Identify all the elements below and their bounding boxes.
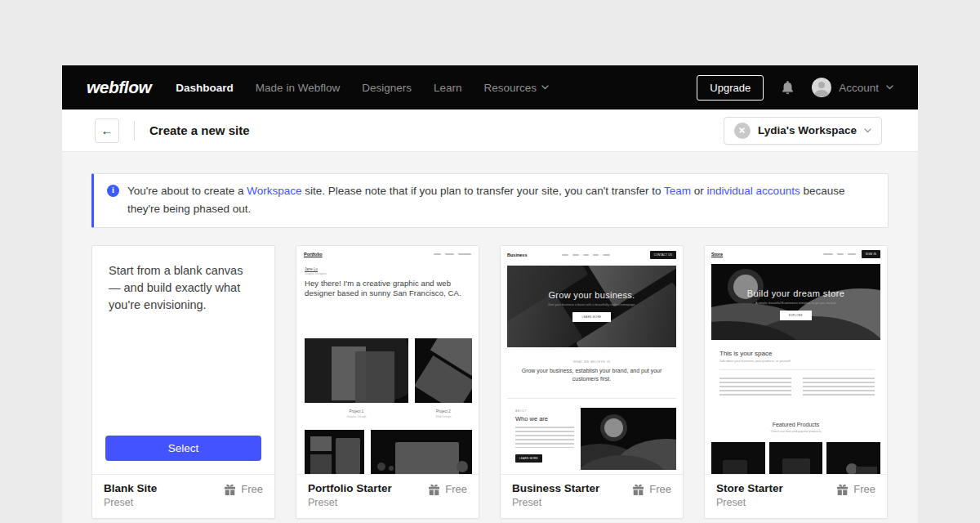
mini-section-text: Grow your business, establish your brand… <box>522 367 662 384</box>
card-footer: Store Starter Preset Free <box>705 474 887 518</box>
placeholder-text <box>803 378 875 396</box>
account-menu[interactable]: Account <box>812 78 893 97</box>
info-banner: i You're about to create a Workspace sit… <box>91 173 889 228</box>
price-label: Free <box>649 483 671 495</box>
select-button[interactable]: Select <box>105 436 261 461</box>
card-blank-site[interactable]: Start from a blank canvas — and build ex… <box>91 245 275 519</box>
content-area: i You're about to create a Workspace sit… <box>62 152 918 523</box>
chevron-down-icon <box>541 85 549 90</box>
placeholder-columns <box>719 378 875 396</box>
mini-nav-links <box>823 253 856 255</box>
mini-hero-subtext: A simple, beautiful Ecommerce template t… <box>755 302 836 305</box>
mini-section-subtext: Check out new and popular products <box>705 430 887 433</box>
mini-hero-heading: Build your dream store <box>747 288 844 298</box>
mini-site-logo: Portfolio <box>304 252 323 257</box>
mini-author-name: Jane Lu <box>305 267 470 271</box>
mini-hero-button: LEARN MORE <box>572 312 612 322</box>
mini-section-subtext: Talk about your business, your products,… <box>719 360 875 363</box>
mini-product-grid <box>711 442 880 474</box>
nav-item-resources-label: Resources <box>483 82 537 94</box>
mini-cta-button: CONTACT US <box>650 251 676 259</box>
nav-item-dashboard[interactable]: Dashboard <box>176 82 234 94</box>
chevron-down-icon <box>864 128 871 133</box>
card-price: Free <box>428 482 467 518</box>
store-preview: Store SIGN IN Build your dream stor <box>705 246 887 474</box>
card-business-starter[interactable]: Business CONTACT US Grow your business. … <box>500 245 684 519</box>
navbar-right: Upgrade Account <box>697 75 893 101</box>
placeholder-text <box>515 427 574 448</box>
notifications-bell-icon[interactable] <box>782 81 794 95</box>
card-store-starter[interactable]: Store SIGN IN Build your dream stor <box>704 245 888 519</box>
price-label: Free <box>853 483 875 495</box>
gift-icon <box>836 484 849 496</box>
team-link[interactable]: Team <box>664 185 691 197</box>
banner-text: You're about to create a Workspace site.… <box>127 182 875 219</box>
mini-site-header: Business CONTACT US <box>501 246 683 262</box>
mini-hero: Build your dream store A simple, beautif… <box>711 264 880 340</box>
blank-site-description: Start from a blank canvas — and build ex… <box>92 246 274 314</box>
workspace-name: Lydia's Workspace <box>758 124 857 136</box>
card-footer: Business Starter Preset Free <box>501 474 683 518</box>
webflow-logo[interactable]: webflow <box>87 78 151 97</box>
mini-hero-heading: Grow your business. <box>549 290 635 300</box>
business-preview: Business CONTACT US Grow your business. … <box>501 246 683 474</box>
card-type: Preset <box>104 497 157 508</box>
nav-item-learn[interactable]: Learn <box>434 82 462 94</box>
mini-project-image <box>415 338 472 403</box>
nav-item-resources[interactable]: Resources <box>483 82 549 94</box>
mini-site-header: Portfolio <box>296 246 479 261</box>
nav-item-made-in-webflow[interactable]: Made in Webflow <box>256 82 340 94</box>
mini-project-image <box>371 430 472 474</box>
divider <box>719 369 875 370</box>
mini-project-caption: Project 1 Graphic Design <box>305 409 408 418</box>
mini-site-logo: Store <box>711 252 723 257</box>
mini-hero: Grow your business. Give your business a… <box>507 266 676 347</box>
portfolio-intro: Jane Lu Graphic Designer <box>296 261 479 275</box>
mini-about-section: ABOUT Who we are LEARN MORE <box>515 409 579 463</box>
mini-section-caption: ABOUT <box>515 409 579 413</box>
workspace-selector[interactable]: Lydia's Workspace <box>724 117 882 145</box>
mini-product-image <box>769 442 823 474</box>
banner-text-part: You're about to create a <box>127 185 247 197</box>
gift-icon <box>632 484 644 496</box>
mini-project-grid <box>305 338 472 403</box>
card-title: Business Starter <box>512 482 599 494</box>
price-label: Free <box>241 483 263 495</box>
back-button[interactable]: ← <box>95 118 119 143</box>
top-navbar: webflow Dashboard Made in Webflow Design… <box>62 65 918 110</box>
mini-product-image <box>711 442 765 474</box>
workspace-avatar-icon <box>734 123 751 139</box>
mini-project-image <box>305 430 364 474</box>
blank-site-preview: Start from a blank canvas — and build ex… <box>92 246 274 474</box>
card-type: Preset <box>716 497 783 508</box>
mini-featured-section: Featured Products Check out new and popu… <box>705 422 887 433</box>
chevron-down-icon <box>886 85 893 90</box>
upgrade-button[interactable]: Upgrade <box>697 75 764 101</box>
account-label: Account <box>839 82 879 94</box>
card-price: Free <box>632 482 671 518</box>
mini-project-image <box>305 338 408 403</box>
card-portfolio-starter[interactable]: Portfolio Jane Lu Graphic Designer Hey t… <box>296 245 479 519</box>
mini-site-logo: Business <box>507 253 527 257</box>
mini-space-section: This is your space Talk about your busin… <box>719 350 875 396</box>
mini-section-caption: WHAT WE BELIEVE IN <box>501 360 683 364</box>
mini-site-header: Store SIGN IN <box>705 246 887 262</box>
mini-project-caption: Project 2 Web Design <box>415 409 472 418</box>
card-type: Preset <box>308 497 392 508</box>
mini-cta-button: LEARN MORE <box>515 454 542 463</box>
gift-icon <box>224 484 236 496</box>
mini-about-heading: Who we are <box>515 415 579 422</box>
app-window: webflow Dashboard Made in Webflow Design… <box>62 65 918 523</box>
price-label: Free <box>445 483 467 495</box>
nav-item-designers[interactable]: Designers <box>362 82 412 94</box>
card-type: Preset <box>512 497 599 508</box>
card-footer: Blank Site Preset Free <box>92 474 274 518</box>
individual-accounts-link[interactable]: individual accounts <box>707 185 800 197</box>
mini-nav-links <box>434 253 471 255</box>
workspace-link[interactable]: Workspace <box>247 185 301 197</box>
placeholder-text <box>719 378 791 396</box>
card-title: Blank Site <box>104 482 157 494</box>
card-footer: Portfolio Starter Preset Free <box>296 474 479 518</box>
card-price: Free <box>224 482 263 518</box>
mini-project-grid-row2 <box>305 430 472 474</box>
